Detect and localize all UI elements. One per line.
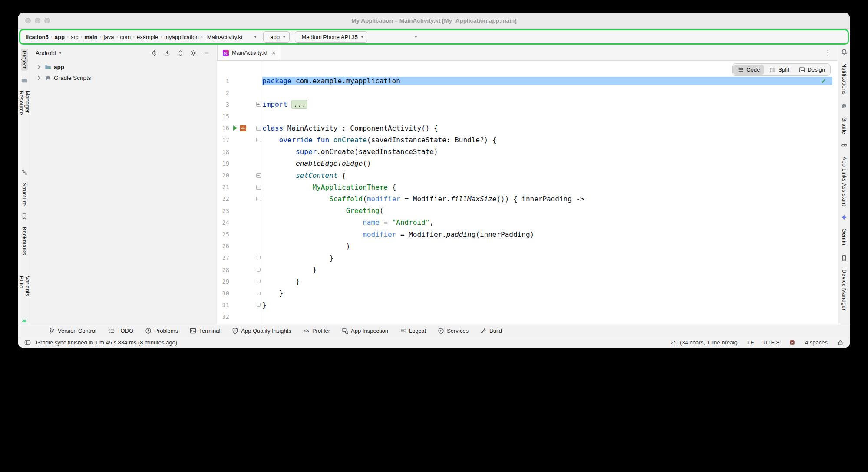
code-line-30[interactable]: 30 } [217, 287, 838, 299]
line-number[interactable]: 3 [217, 101, 230, 108]
code-line-22[interactable]: 22− Scaffold(modifier = Modifier.fillMax… [217, 193, 838, 205]
code-text[interactable]: ) [262, 242, 832, 250]
code-line-26[interactable]: 26 ) [217, 240, 838, 252]
project-view-select[interactable]: Android ▾ [36, 50, 61, 56]
code-line-1[interactable]: 1package com.example.myapplication✓ [217, 75, 838, 87]
code-line-19[interactable]: 19 enableEdgeToEdge() [217, 157, 838, 169]
scroll-to-source-icon[interactable] [164, 50, 171, 56]
code-line-29[interactable]: 29 } [217, 275, 838, 287]
fold-marker[interactable] [254, 256, 262, 259]
tool-button-notifications[interactable]: Notifications [841, 62, 847, 95]
fold-marker[interactable] [254, 292, 262, 295]
status-indicator-icon[interactable] [789, 339, 795, 346]
account-button[interactable] [840, 36, 844, 38]
code-line-32[interactable]: 32 [217, 311, 838, 323]
code-text[interactable]: } [262, 301, 832, 309]
notifications-bell-icon[interactable] [841, 49, 848, 56]
line-separator[interactable]: LF [747, 339, 754, 346]
breadcrumb-app[interactable]: app [53, 33, 66, 41]
mode-split-button[interactable]: Split [765, 65, 793, 75]
profile-low-overhead-button[interactable] [422, 36, 426, 38]
breadcrumb-lication5[interactable]: lication5 [24, 33, 50, 41]
compose-preview-icon[interactable]: <> [240, 125, 246, 131]
code-line-21[interactable]: 21− MyApplicationTheme { [217, 181, 838, 193]
file-encoding[interactable]: UTF-8 [763, 339, 779, 346]
line-number[interactable]: 26 [217, 243, 230, 249]
chevron-right-icon[interactable] [36, 75, 42, 81]
tool-button-app-quality-insights[interactable]: App Quality Insights [232, 328, 291, 334]
code-line-15[interactable]: 15 [217, 111, 838, 122]
code-editor[interactable]: 1package com.example.myapplication✓23+im… [217, 61, 838, 324]
tool-button-app-inspection[interactable]: App Inspection [342, 328, 388, 334]
tool-button-app-links-assistant[interactable]: App Links Assistant [841, 156, 847, 207]
breadcrumb-example[interactable]: example [135, 33, 159, 41]
editor-options-icon[interactable]: ⋮ [818, 45, 838, 60]
search-everywhere-button[interactable] [824, 36, 827, 38]
profiler-button[interactable]: ▾ [411, 33, 419, 40]
gemini-tool-icon[interactable] [841, 214, 848, 221]
caret-position[interactable]: 2:1 (34 chars, 1 line break) [670, 339, 738, 346]
emulator-icon[interactable] [21, 318, 28, 324]
chevron-right-icon[interactable] [36, 64, 42, 70]
lock-icon[interactable] [837, 339, 844, 346]
code-text[interactable]: } [262, 277, 832, 285]
locate-file-icon[interactable] [151, 50, 158, 56]
line-number[interactable]: 2 [217, 89, 230, 96]
line-number[interactable]: 18 [217, 148, 230, 155]
breadcrumb-main[interactable]: main [83, 33, 99, 41]
code-line-3[interactable]: 3+import ... [217, 98, 838, 110]
tool-button-gemini[interactable]: Gemini [841, 228, 847, 247]
collapse-all-icon[interactable] [177, 50, 184, 56]
code-text[interactable]: Greeting( [262, 206, 832, 215]
tool-button-bookmarks[interactable]: Bookmarks [21, 226, 27, 256]
line-number[interactable]: 30 [217, 290, 230, 297]
code-line-2[interactable]: 2 [217, 87, 838, 98]
code-text[interactable]: override fun onCreate(savedInstanceState… [262, 136, 832, 144]
line-number[interactable]: 16 [217, 125, 230, 131]
minimize-window-button[interactable] [35, 18, 40, 23]
zoom-window-button[interactable] [44, 18, 50, 23]
settings-button[interactable] [832, 36, 835, 38]
tool-button-problems[interactable]: Problems [145, 328, 178, 334]
tool-button-device-manager[interactable]: Device Manager [841, 269, 847, 311]
panel-settings-icon[interactable] [190, 50, 197, 56]
code-line-24[interactable]: 24 name = "Android", [217, 216, 838, 228]
fold-marker[interactable] [254, 280, 262, 283]
tool-button-version-control[interactable]: Version Control [49, 328, 96, 334]
tree-item-gradle-scripts[interactable]: Gradle Scripts [30, 72, 217, 83]
tool-button-gradle[interactable]: Gradle [841, 116, 847, 135]
debug-button[interactable] [396, 36, 400, 38]
code-text[interactable]: class MainActivity : ComponentActivity()… [262, 124, 832, 132]
fold-marker[interactable]: − [254, 197, 262, 201]
structure-tool-icon[interactable] [21, 169, 28, 176]
inspections-ok-icon[interactable]: ✓ [821, 77, 826, 85]
code-text[interactable]: package com.example.myapplication✓ [262, 77, 832, 85]
run-configuration-select[interactable]: app ▾ [263, 31, 289, 43]
code-text[interactable]: MyApplicationTheme { [262, 183, 832, 191]
breadcrumb-mainactivity-kt[interactable]: KMainActivity.kt [204, 33, 244, 41]
code-line-16[interactable]: 16<>−class MainActivity : ComponentActiv… [217, 122, 838, 134]
code-text[interactable]: modifier = Modifier.padding(innerPadding… [262, 230, 832, 239]
tool-button-structure[interactable]: Structure [21, 182, 27, 206]
code-line-25[interactable]: 25 modifier = Modifier.padding(innerPadd… [217, 228, 838, 240]
code-line-18[interactable]: 18 super.onCreate(savedInstanceState) [217, 146, 838, 157]
tool-button-logcat[interactable]: Logcat [400, 328, 426, 334]
tool-button-services[interactable]: Services [438, 328, 469, 334]
code-line-28[interactable]: 28 } [217, 264, 838, 275]
breadcrumb-src[interactable]: src [69, 33, 79, 41]
fold-marker[interactable] [254, 268, 262, 272]
breadcrumb-myapplication[interactable]: myapplication [163, 33, 200, 41]
project-folder-icon[interactable] [21, 77, 28, 84]
line-number[interactable]: 21 [217, 184, 230, 190]
indent-setting[interactable]: 4 spaces [805, 339, 828, 346]
breadcrumb-java[interactable]: java [102, 33, 116, 41]
breadcrumb-com[interactable]: com [119, 33, 132, 41]
line-number[interactable]: 32 [217, 313, 230, 320]
code-text[interactable]: enableEdgeToEdge() [262, 159, 832, 167]
code-text[interactable]: setContent { [262, 171, 832, 180]
stop-button[interactable] [430, 36, 433, 38]
apply-code-changes-button[interactable] [389, 36, 393, 38]
code-text[interactable]: } [262, 266, 832, 274]
tool-button-terminal[interactable]: Terminal [190, 328, 220, 334]
run-button[interactable] [374, 36, 378, 38]
